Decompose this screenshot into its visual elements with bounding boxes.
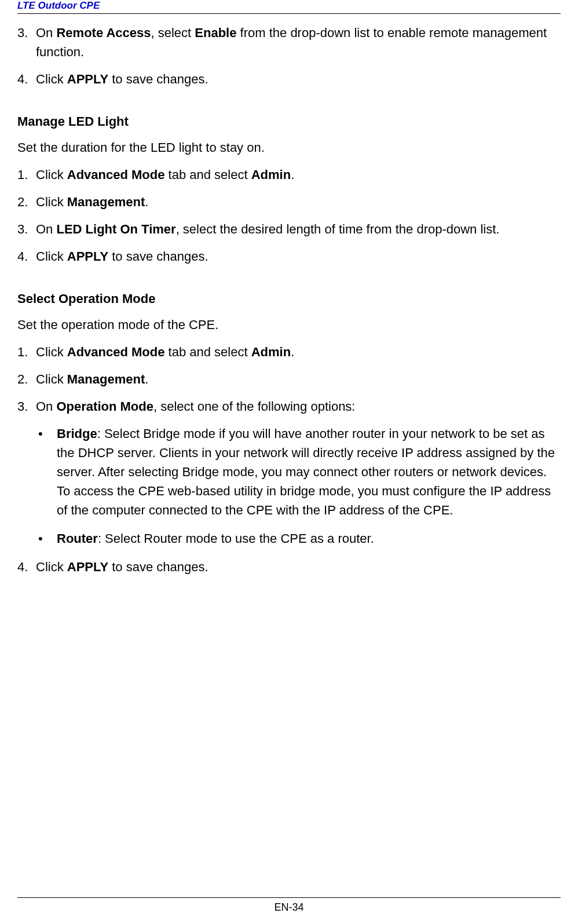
- section3-bullets: • Bridge: Select Bridge mode if you will…: [17, 424, 561, 548]
- item-number: 4.: [17, 70, 36, 89]
- section1-list: 3. On Remote Access, select Enable from …: [17, 23, 561, 89]
- item-text: Click APPLY to save changes.: [36, 557, 561, 576]
- document-header: LTE Outdoor CPE: [17, 0, 561, 14]
- list-item: 3. On Remote Access, select Enable from …: [17, 23, 561, 61]
- section-description: Set the duration for the LED light to st…: [17, 138, 561, 157]
- item-number: 1.: [17, 342, 36, 361]
- section3-list-cont: 4. Click APPLY to save changes.: [17, 557, 561, 576]
- bullet-icon: •: [38, 529, 57, 548]
- bullet-icon: •: [38, 424, 57, 520]
- bullet-text: Router: Select Router mode to use the CP…: [57, 529, 561, 548]
- list-item: 3. On LED Light On Timer, select the des…: [17, 220, 561, 239]
- item-text: Click Management.: [36, 370, 561, 389]
- item-number: 4.: [17, 557, 36, 576]
- document-content: 3. On Remote Access, select Enable from …: [17, 23, 561, 576]
- item-text: On Remote Access, select Enable from the…: [36, 23, 561, 61]
- item-text: Click Advanced Mode tab and select Admin…: [36, 165, 561, 184]
- item-text: Click Advanced Mode tab and select Admin…: [36, 342, 561, 361]
- item-text: Click Management.: [36, 192, 561, 211]
- item-text: Click APPLY to save changes.: [36, 247, 561, 266]
- bullet-item: • Router: Select Router mode to use the …: [38, 529, 561, 548]
- section3-list: 1. Click Advanced Mode tab and select Ad…: [17, 342, 561, 416]
- page-footer: EN-34: [17, 897, 561, 914]
- item-number: 2.: [17, 370, 36, 389]
- list-item: 4. Click APPLY to save changes.: [17, 70, 561, 89]
- bullet-text: Bridge: Select Bridge mode if you will h…: [57, 424, 561, 520]
- list-item: 3. On Operation Mode, select one of the …: [17, 397, 561, 416]
- section-description: Set the operation mode of the CPE.: [17, 315, 561, 334]
- item-number: 3.: [17, 23, 36, 61]
- list-item: 4. Click APPLY to save changes.: [17, 247, 561, 266]
- list-item: 1. Click Advanced Mode tab and select Ad…: [17, 342, 561, 361]
- item-text: Click APPLY to save changes.: [36, 70, 561, 89]
- item-number: 2.: [17, 192, 36, 211]
- list-item: 4. Click APPLY to save changes.: [17, 557, 561, 576]
- item-number: 4.: [17, 247, 36, 266]
- item-text: On LED Light On Timer, select the desire…: [36, 220, 561, 239]
- bullet-item: • Bridge: Select Bridge mode if you will…: [38, 424, 561, 520]
- section-heading: Select Operation Mode: [17, 289, 561, 308]
- list-item: 2. Click Management.: [17, 192, 561, 211]
- item-number: 3.: [17, 220, 36, 239]
- list-item: 2. Click Management.: [17, 370, 561, 389]
- item-text: On Operation Mode, select one of the fol…: [36, 397, 561, 416]
- item-number: 1.: [17, 165, 36, 184]
- section2-list: 1. Click Advanced Mode tab and select Ad…: [17, 165, 561, 266]
- list-item: 1. Click Advanced Mode tab and select Ad…: [17, 165, 561, 184]
- item-number: 3.: [17, 397, 36, 416]
- section-heading: Manage LED Light: [17, 112, 561, 131]
